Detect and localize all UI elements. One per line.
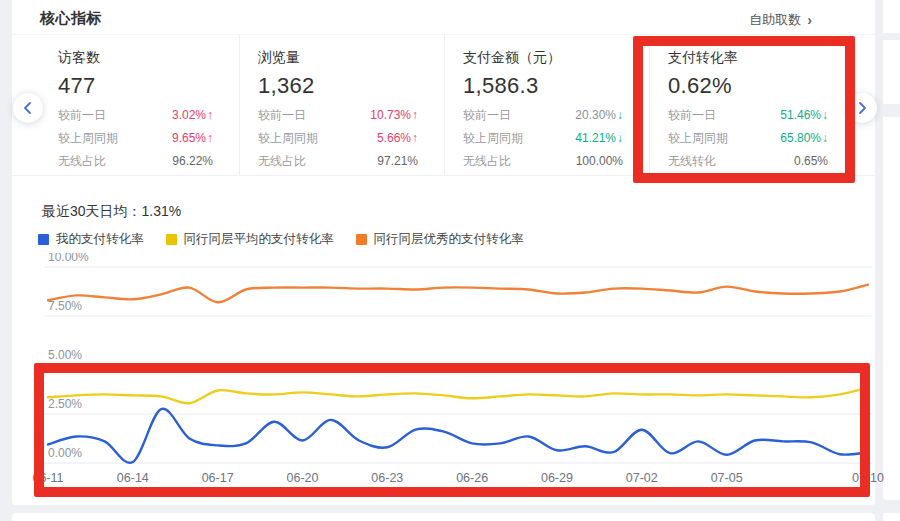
trend-value: 97.21%: [377, 155, 418, 168]
svg-text:06-20: 06-20: [286, 471, 318, 485]
legend-item-peer-average[interactable]: 同行同层平均的支付转化率: [166, 231, 334, 248]
metric-title: 支付金额（元）: [463, 49, 649, 67]
metric-card-conversion-rate[interactable]: 支付转化率 0.62% 较前一日 51.46%↓ 较上周同期 65.80%↓ 无…: [650, 35, 855, 175]
background-card-fragment: [883, 40, 900, 104]
chart-average-label: 最近30天日均：1.31%: [42, 203, 181, 221]
metric-trend-row: 较上周同期 65.80%↓: [668, 132, 854, 145]
trend-value: 9.65%↑: [172, 132, 213, 145]
metric-trend-row: 较上周同期 5.66%↑: [258, 132, 444, 145]
trend-value: 41.21%↓: [575, 132, 623, 145]
metric-value: 1,586.3: [463, 73, 649, 99]
chevron-left-icon: [21, 101, 35, 115]
trend-value: 100.00%: [576, 155, 623, 168]
svg-text:07-02: 07-02: [626, 471, 658, 485]
chevron-right-icon: ›: [807, 12, 812, 28]
trend-value: 10.73%↑: [370, 109, 418, 122]
legend-label: 我的支付转化率: [56, 231, 144, 248]
svg-text:06-29: 06-29: [541, 471, 573, 485]
arrow-down-icon: ↓: [822, 131, 828, 145]
metric-trend-row: 较前一日 3.02%↑: [58, 109, 239, 122]
metric-title: 访客数: [58, 49, 239, 67]
metric-value: 0.62%: [668, 73, 854, 99]
svg-text:7.50%: 7.50%: [48, 299, 82, 313]
metric-trend-row: 较前一日 51.46%↓: [668, 109, 854, 122]
background-card-fragment: [883, 513, 900, 521]
metric-trend-row: 无线占比 100.00%: [463, 155, 649, 168]
svg-text:0.00%: 0.00%: [48, 446, 82, 460]
chart-legend: 我的支付转化率 同行同层平均的支付转化率 同行同层优秀的支付转化率: [38, 231, 524, 248]
svg-text:06-26: 06-26: [456, 471, 488, 485]
svg-text:10.00%: 10.00%: [48, 253, 89, 264]
metric-value: 477: [58, 73, 239, 99]
self-service-data-label: 自助取数: [749, 11, 801, 29]
legend-swatch-orange: [356, 234, 367, 245]
svg-text:06-11: 06-11: [32, 471, 63, 485]
arrow-up-icon: ↑: [412, 108, 418, 122]
metric-trend-row: 无线占比 97.21%: [258, 155, 444, 168]
arrow-up-icon: ↑: [412, 131, 418, 145]
arrow-up-icon: ↑: [207, 108, 213, 122]
svg-text:06-17: 06-17: [202, 471, 234, 485]
svg-text:07-05: 07-05: [711, 471, 743, 485]
metric-trend-row: 无线转化 0.65%: [668, 155, 854, 168]
legend-label: 同行同层优秀的支付转化率: [374, 231, 524, 248]
metric-card-payment-amount[interactable]: 支付金额（元） 1,586.3 较前一日 20.30%↓ 较上周同期 41.21…: [445, 35, 650, 175]
legend-item-my-conversion[interactable]: 我的支付转化率: [38, 231, 144, 248]
legend-label: 同行同层平均的支付转化率: [184, 231, 334, 248]
line-series: [48, 388, 868, 404]
chevron-right-icon: [855, 101, 869, 115]
metric-value: 1,362: [258, 73, 444, 99]
metric-title: 浏览量: [258, 49, 444, 67]
self-service-data-link[interactable]: 自助取数 ›: [749, 11, 812, 29]
metric-title: 支付转化率: [668, 49, 854, 67]
svg-text:5.00%: 5.00%: [48, 348, 82, 362]
page-title: 核心指标: [40, 9, 102, 28]
trend-value: 0.65%: [794, 155, 828, 168]
svg-text:06-14: 06-14: [117, 471, 149, 485]
metric-trend-row: 较上周同期 9.65%↑: [58, 132, 239, 145]
metric-trend-row: 无线占比 96.22%: [58, 155, 239, 168]
arrow-down-icon: ↓: [617, 131, 623, 145]
carousel-next-button[interactable]: [847, 93, 877, 123]
svg-text:06-23: 06-23: [371, 471, 403, 485]
trend-value: 20.30%↓: [575, 109, 623, 122]
metric-trend-row: 较上周同期 41.21%↓: [463, 132, 649, 145]
analytics-dashboard: 核心指标 自助取数 › 访客数 477 较前一日 3.02%↑ 较上周同期 9.…: [0, 0, 900, 521]
legend-swatch-blue: [38, 234, 49, 245]
background-card-fragment: [883, 0, 900, 33]
metric-card-visitors[interactable]: 访客数 477 较前一日 3.02%↑ 较上周同期 9.65%↑ 无线占比 96…: [40, 35, 240, 175]
line-series: [48, 285, 868, 303]
trend-value: 96.22%: [172, 155, 213, 168]
svg-text:2.50%: 2.50%: [48, 397, 82, 411]
metric-trend-row: 较前一日 10.73%↑: [258, 109, 444, 122]
carousel-prev-button[interactable]: [13, 93, 43, 123]
legend-swatch-yellow: [166, 234, 177, 245]
arrow-down-icon: ↓: [822, 108, 828, 122]
arrow-down-icon: ↓: [617, 108, 623, 122]
trend-value: 3.02%↑: [172, 109, 213, 122]
next-section-card: [12, 513, 875, 521]
conversion-rate-line-chart[interactable]: 0.00%2.50%5.00%7.50%10.00%06-1106-1406-1…: [0, 253, 900, 505]
line-series: [48, 409, 868, 463]
trend-value: 65.80%↓: [780, 132, 828, 145]
metric-card-pageviews[interactable]: 浏览量 1,362 较前一日 10.73%↑ 较上周同期 5.66%↑ 无线占比…: [240, 35, 445, 175]
legend-item-peer-excellent[interactable]: 同行同层优秀的支付转化率: [356, 231, 524, 248]
svg-text:07-10: 07-10: [852, 471, 884, 485]
metric-trend-row: 较前一日 20.30%↓: [463, 109, 649, 122]
trend-value: 51.46%↓: [780, 109, 828, 122]
arrow-up-icon: ↑: [207, 131, 213, 145]
metrics-row: 访客数 477 较前一日 3.02%↑ 较上周同期 9.65%↑ 无线占比 96…: [12, 34, 875, 176]
trend-value: 5.66%↑: [377, 132, 418, 145]
